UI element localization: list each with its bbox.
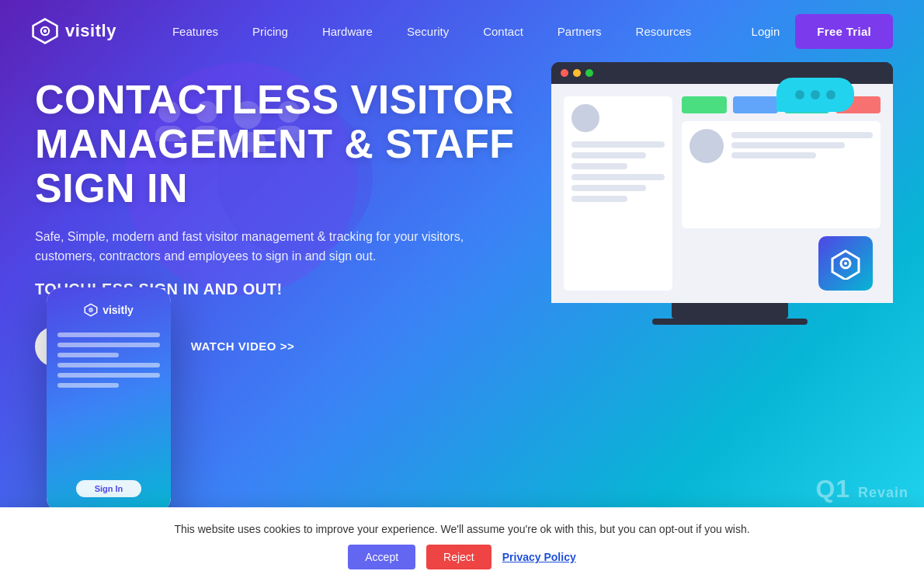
cookie-message: This website uses cookies to improve you… [174,523,749,535]
mock-card-avatar [690,129,724,163]
phone-logo-text: visitly [102,304,134,316]
mock-line [571,141,665,148]
svg-point-2 [844,262,847,265]
nav-hardware[interactable]: Hardware [305,25,390,38]
desktop-sidebar-mock [564,96,672,291]
chat-dot-1 [795,90,804,99]
logo-link[interactable]: visitly [31,17,116,45]
watermark: Q1 Revain [815,475,908,503]
logo-icon [31,17,59,45]
watch-video-link[interactable]: WATCH VIDEO >> [191,340,294,353]
phone-line [57,383,119,388]
nav-resources[interactable]: Resources [619,25,709,38]
desktop-main-mock [682,96,881,291]
phone-line [57,363,160,367]
phone-visitly-icon [84,303,98,317]
free-trial-button[interactable]: Free Trial [795,14,893,49]
visitly-icon-mock [818,236,873,291]
chat-bubble [776,78,854,112]
mock-line [731,142,845,148]
logo-text: visitly [65,21,116,41]
nav-features[interactable]: Features [155,25,235,38]
desktop-content [551,84,893,303]
cookie-reject-button[interactable]: Reject [426,545,492,569]
svg-point-8 [43,30,47,33]
nav-security[interactable]: Security [390,25,466,38]
titlebar-dot-green [585,69,593,77]
hero-section: CONTACTLESS VISITOR MANAGEMENT & STAFF S… [0,0,924,528]
mock-line [571,185,646,191]
phone-line [57,333,160,337]
chat-dot-2 [811,90,820,99]
cookie-accept-button[interactable]: Accept [348,545,415,569]
hero-subtitle: Safe, Simple, modern and fast visitor ma… [35,227,470,266]
mock-btn-blue [733,96,778,113]
phone-mockup: visitly Sign In [47,287,171,513]
watermark-revain: Revain [858,485,908,500]
phone-line [57,373,160,378]
watermark-q1: Q1 [815,475,850,503]
svg-marker-0 [832,251,859,280]
svg-point-5 [90,309,92,311]
desktop-stand [672,303,788,319]
cookie-banner: This website uses cookies to improve you… [0,507,924,585]
mock-card-lines [731,129,873,158]
desktop-base [652,319,808,325]
titlebar-dot-yellow [573,69,581,77]
cookie-buttons: Accept Reject Privacy Policy [348,545,575,569]
phone-line [57,343,160,347]
nav-partners[interactable]: Partners [540,25,619,38]
chat-dot-3 [826,90,835,99]
nav-actions: Login Free Trial [752,14,893,49]
mock-line [571,152,646,158]
mock-card [682,121,881,228]
desktop-mockup [551,62,908,326]
cookie-privacy-link[interactable]: Privacy Policy [502,551,576,563]
mock-line [571,196,627,202]
mock-avatar [571,104,599,132]
login-link[interactable]: Login [752,25,780,38]
mock-line [571,163,627,169]
phone-line [57,353,119,357]
visitly-logo-icon-mock [829,247,862,280]
nav-contact[interactable]: Contact [466,25,540,38]
phone-signin-button: Sign In [76,480,142,497]
mock-line [731,132,873,138]
mock-btn-green [682,96,727,113]
phone-form-lines [57,333,160,388]
nav-pricing[interactable]: Pricing [235,25,305,38]
nav-links: Features Pricing Hardware Security Conta… [155,25,752,38]
navbar: visitly Features Pricing Hardware Securi… [0,0,924,62]
mock-line [731,152,816,158]
mock-line [571,174,665,180]
hero-title: CONTACTLESS VISITOR MANAGEMENT & STAFF S… [35,78,516,211]
visitly-logo-mock-area [682,236,881,291]
titlebar-dot-red [561,69,568,77]
phone-logo-area: visitly [84,303,134,317]
phone-screen: visitly Sign In [47,287,171,513]
